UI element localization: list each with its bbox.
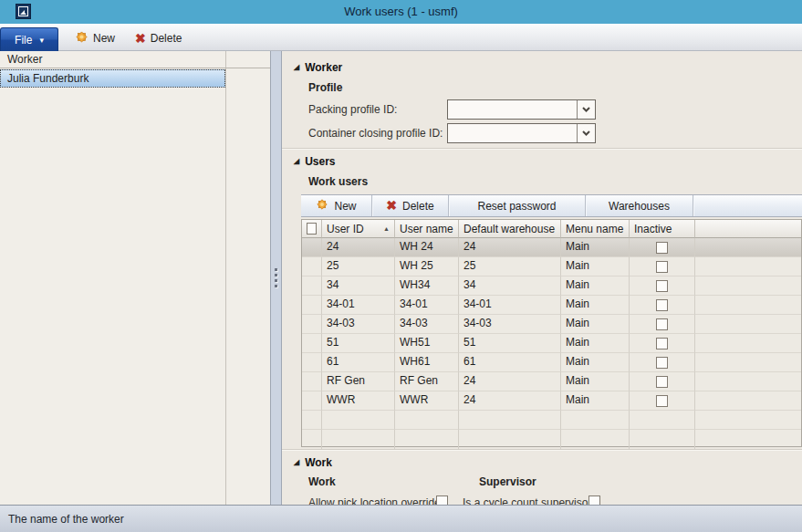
row-selector-cell[interactable] [302, 391, 322, 411]
cell-inactive[interactable] [630, 391, 695, 411]
inactive-checkbox[interactable] [656, 261, 668, 273]
cell-menu-name[interactable]: Main [561, 257, 630, 276]
cell-menu-name[interactable]: Main [561, 353, 630, 372]
cell-user-id[interactable]: 34 [322, 276, 395, 296]
row-selector-cell[interactable] [302, 238, 322, 257]
cell-user-id[interactable]: 25 [322, 257, 395, 276]
cell-user-name[interactable]: 34-03 [395, 315, 459, 334]
select-all-checkbox[interactable] [307, 223, 317, 235]
row-selector-cell[interactable] [302, 353, 322, 372]
cell-menu-name[interactable]: Main [561, 315, 630, 334]
warehouses-button[interactable]: Warehouses [586, 195, 693, 216]
row-selector-cell[interactable] [302, 296, 322, 315]
table-row[interactable]: RF GenRF Gen24Main [302, 372, 801, 391]
cell-default-warehouse[interactable]: 34-03 [459, 315, 561, 334]
row-selector-cell[interactable] [302, 276, 322, 296]
packing-profile-combobox[interactable] [447, 99, 596, 120]
cell-user-id[interactable]: 34-03 [322, 315, 395, 334]
cell-user-id[interactable]: 34-01 [322, 296, 395, 315]
cell-menu-name[interactable]: Main [561, 276, 630, 296]
cell-inactive[interactable] [630, 372, 695, 391]
cell-inactive[interactable] [630, 257, 695, 276]
cell-menu-name[interactable]: Main [561, 296, 630, 315]
worker-section-header[interactable]: ◢ Worker [294, 61, 342, 74]
column-header-user-id[interactable]: User ID▲ [322, 220, 395, 238]
inactive-checkbox[interactable] [656, 242, 668, 254]
work-section-header[interactable]: ◢ Work [294, 456, 332, 469]
inactive-checkbox[interactable] [656, 357, 668, 369]
chevron-down-icon[interactable] [577, 100, 595, 119]
inactive-checkbox[interactable] [656, 338, 668, 349]
table-row[interactable]: 34-0334-0334-03Main [302, 315, 801, 334]
inactive-checkbox[interactable] [656, 280, 668, 292]
empty-table-row[interactable] [302, 411, 801, 430]
cell-user-name[interactable]: WWR [395, 391, 459, 411]
delete-button[interactable]: ✖Delete [372, 195, 449, 216]
table-row[interactable]: 34WH3434Main [302, 276, 801, 296]
panel-splitter[interactable] [270, 51, 282, 505]
cell-default-warehouse[interactable]: 24 [459, 238, 561, 257]
cell-user-id[interactable]: RF Gen [322, 372, 395, 391]
chevron-down-icon[interactable] [577, 124, 595, 142]
cell-default-warehouse[interactable]: 34 [459, 276, 561, 296]
cell-default-warehouse[interactable]: 24 [459, 391, 561, 411]
table-row[interactable]: 34-0134-0134-01Main [302, 296, 801, 315]
cell-inactive[interactable] [630, 276, 695, 296]
cell-user-name[interactable]: WH61 [395, 353, 459, 372]
cell-default-warehouse[interactable]: 24 [459, 372, 561, 391]
cell-inactive[interactable] [630, 315, 695, 334]
column-header-menu-name[interactable]: Menu name [561, 220, 630, 238]
new-button[interactable]: New [301, 195, 372, 216]
table-row[interactable]: WWRWWR24Main [302, 391, 801, 411]
column-header-inactive[interactable]: Inactive [630, 220, 695, 238]
row-selector-cell[interactable] [302, 372, 322, 391]
cell-menu-name[interactable]: Main [561, 372, 630, 391]
cell-user-id[interactable]: 51 [322, 334, 395, 353]
cell-default-warehouse[interactable]: 25 [459, 257, 561, 276]
users-section-header[interactable]: ◢ Users [294, 155, 336, 168]
inactive-checkbox[interactable] [656, 376, 668, 388]
row-selector-cell[interactable] [302, 315, 322, 334]
cell-user-name[interactable]: WH34 [395, 276, 459, 296]
cell-user-name[interactable]: 34-01 [395, 296, 459, 315]
delete-worker-button[interactable]: ✖ Delete [130, 28, 187, 48]
container-closing-profile-combobox[interactable] [447, 123, 596, 143]
column-header-user-name[interactable]: User name [395, 220, 459, 238]
cell-user-id[interactable]: 24 [322, 238, 395, 257]
cell-inactive[interactable] [630, 296, 695, 315]
row-selector-cell[interactable] [302, 334, 322, 353]
worker-list-header[interactable]: Worker [0, 51, 270, 68]
empty-table-row[interactable] [302, 430, 801, 449]
cell-default-warehouse[interactable]: 34-01 [459, 296, 561, 315]
table-row[interactable]: 25WH 2525Main [302, 257, 801, 276]
reset-password-button[interactable]: Reset password [449, 195, 586, 216]
allow-pick-location-override-checkbox[interactable] [436, 495, 448, 505]
cell-user-id[interactable]: WWR [322, 391, 395, 411]
table-row[interactable]: 61WH6161Main [302, 353, 801, 372]
new-worker-button[interactable]: New [69, 28, 120, 48]
cell-user-name[interactable]: WH51 [395, 334, 459, 353]
cell-menu-name[interactable]: Main [561, 238, 630, 257]
cell-inactive[interactable] [630, 238, 695, 257]
cell-default-warehouse[interactable]: 51 [459, 334, 561, 353]
cycle-count-supervisor-checkbox[interactable] [588, 495, 600, 505]
cell-inactive[interactable] [630, 334, 695, 353]
cell-inactive[interactable] [630, 353, 695, 372]
cell-user-name[interactable]: WH 25 [395, 257, 459, 276]
table-row[interactable]: 24WH 2424Main [302, 238, 801, 257]
cell-user-name[interactable]: RF Gen [395, 372, 459, 391]
cell-user-id[interactable]: 61 [322, 353, 395, 372]
column-header-default-warehouse[interactable]: Default warehouse [459, 220, 561, 238]
inactive-checkbox[interactable] [656, 395, 668, 407]
row-selector-cell[interactable] [302, 257, 322, 276]
inactive-checkbox[interactable] [656, 318, 668, 330]
worker-list-item-selected[interactable]: Julia Funderburk [0, 69, 225, 88]
select-all-cell[interactable] [302, 220, 322, 238]
table-row[interactable]: 51WH5151Main [302, 334, 801, 353]
cell-menu-name[interactable]: Main [561, 391, 630, 411]
cell-default-warehouse[interactable]: 61 [459, 353, 561, 372]
file-menu-button[interactable]: File ▾ [0, 27, 58, 51]
cell-menu-name[interactable]: Main [561, 334, 630, 353]
inactive-checkbox[interactable] [656, 299, 668, 311]
cell-user-name[interactable]: WH 24 [395, 238, 459, 257]
